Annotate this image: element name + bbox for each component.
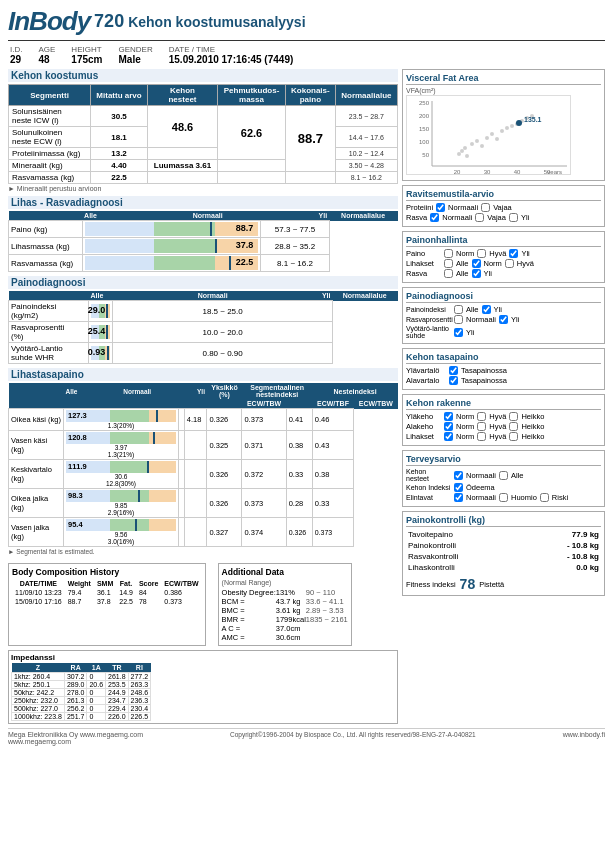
lihas-rasva-title: Lihas - Rasvadiagnoosi [8, 196, 398, 209]
table-row: Obesity Degree: 131% 90 ~ 110 [222, 588, 348, 597]
whr-yli[interactable] [454, 328, 463, 337]
impedance-table: Z RA 1A TR RI 1khz: 260.4 307.2 0 261.8 [11, 663, 151, 721]
col-mitattu: Mitattu arvo [91, 85, 148, 106]
ravitsemustila-content: Proteiini Normaali Vajaa Rasva Normaali … [406, 203, 601, 222]
table-row: Rasvakontrolli - 10.8 kg [406, 551, 601, 562]
paino-row: Paino Norm Hyvä Yli [406, 249, 601, 258]
lihakset-norm[interactable] [472, 259, 481, 268]
al-tasa[interactable] [449, 376, 458, 385]
lk-heikko[interactable] [509, 432, 518, 441]
fitness-indeksi: Fitness indeksi 78 Pistettä [406, 576, 601, 592]
visceral-fat-unit: VFA(cm²) [406, 87, 601, 94]
ylavaratalo-row: Ylävartalö Tasapainossa [406, 366, 601, 375]
lk-hyva[interactable] [477, 432, 486, 441]
norm-checkbox[interactable] [436, 203, 445, 212]
ylk-heikko[interactable] [509, 412, 518, 421]
ylk-norm[interactable] [444, 412, 453, 421]
norm-checkbox2[interactable] [430, 213, 439, 222]
painodiagnoosi-title: Painodiagnoosi [8, 276, 398, 289]
lk-norm[interactable] [444, 432, 453, 441]
logo-subtitle: Kehon koostumusanalyysi [128, 14, 305, 30]
n-norm[interactable] [454, 471, 463, 480]
rp-norm[interactable] [454, 315, 463, 324]
visceral-fat-chart: 250 200 150 100 50 20 30 40 50 [406, 95, 571, 175]
table-row: 5khz: 250.1 289.0 20.6 253.5 263.3 [12, 681, 151, 689]
vajaa-checkbox[interactable] [481, 203, 490, 212]
el-riski[interactable] [540, 493, 549, 502]
table-row: BMR = 1799kcal 1835 ~ 2161 [222, 615, 348, 624]
lihakset-alle[interactable] [444, 259, 453, 268]
el-norm[interactable] [454, 493, 463, 502]
table-row: 1000khz: 223.8 251.7 0 226.0 226.5 [12, 713, 151, 721]
svg-text:135.1: 135.1 [524, 116, 542, 123]
n-alle[interactable] [499, 471, 508, 480]
patient-age: AGE 48 [38, 45, 55, 65]
svg-text:40: 40 [514, 169, 521, 175]
ylakeho-row: Yläkeho Norm Hyvä Heikko [406, 412, 601, 421]
table-row: Rasvamassa (kg) 22.5 8.1 ~ 1 [9, 255, 398, 272]
svg-text:250: 250 [419, 100, 430, 106]
lihakset-rakenne-row: Lihakset Norm Hyvä Heikko [406, 432, 601, 441]
history-title: Body Composition History [12, 567, 202, 577]
table-row: Painoindeksi(kg/m2) 29.0 18. [9, 301, 398, 322]
ylk-hyva[interactable] [477, 412, 486, 421]
additional-data-section: Additional Data (Normal Range) Obesity D… [218, 563, 352, 646]
patient-height: HEIGHT 175cm [71, 45, 102, 65]
col-pehmyt: Pehmutkudos-massa [218, 85, 286, 106]
rasva-alle[interactable] [444, 269, 453, 278]
paino-hyva[interactable] [477, 249, 486, 258]
el-huomio[interactable] [499, 493, 508, 502]
yli-checkbox[interactable] [509, 213, 518, 222]
ravitsemustila-section: Ravitsemustila-arvio Proteiini Normaali … [402, 185, 605, 227]
alk-hyva[interactable] [477, 422, 486, 431]
kehon-koostumus-title: Kehon koostumus [8, 69, 398, 82]
left-column: Kehon koostumus Segmentti Mitattu arvo K… [8, 69, 398, 724]
svg-text:50: 50 [422, 152, 429, 158]
bottom-section: Body Composition History DATE/TIME Weigh… [8, 559, 398, 646]
painokontrolli-table: Tavoitepaino 77.9 kg Painokontrolli - 10… [406, 529, 601, 573]
ki-odeema[interactable] [454, 483, 463, 492]
nesteet-row: Kehon nesteet Normaali Alle [406, 468, 601, 482]
whr-row: Vyötärö-lantio suhde Yli [406, 325, 601, 339]
paino-yli[interactable] [509, 249, 518, 258]
ravitsemustila-rasva-row: Rasva Normaali Vajaa Yli [406, 213, 601, 222]
composition-note: ► Mineraalit perustuu arvioon [8, 185, 398, 192]
right-column: Visceral Fat Area VFA(cm²) 250 200 150 1… [402, 69, 605, 724]
table-row: Keskivartalo (kg) 111.9 30.612.8(30%) [9, 460, 399, 489]
pi-yli[interactable] [482, 305, 491, 314]
paino-norm[interactable] [444, 249, 453, 258]
table-row: Vasen jalka (kg) 95.4 9.563.0(16%) [9, 518, 399, 547]
svg-point-20 [495, 137, 499, 141]
patient-info: I.D. 29 AGE 48 HEIGHT 175cm GENDER Male … [10, 45, 605, 65]
svg-text:100: 100 [419, 139, 430, 145]
rasva-yli[interactable] [472, 269, 481, 278]
table-row: AMC = 30.6cm [222, 633, 348, 642]
additional-data-table: Obesity Degree: 131% 90 ~ 110 BCM = 43.7… [222, 588, 348, 642]
yl-tasa[interactable] [449, 366, 458, 375]
pi-alle[interactable] [454, 305, 463, 314]
svg-point-28 [516, 120, 522, 126]
vajaa-checkbox2[interactable] [475, 213, 484, 222]
svg-text:200: 200 [419, 113, 430, 119]
visceral-fat-section: Visceral Fat Area VFA(cm²) 250 200 150 1… [402, 69, 605, 181]
svg-point-23 [510, 124, 514, 128]
lihakset-hyva[interactable] [505, 259, 514, 268]
elintavat-row: Elintavat Normaali Huomio Riski [406, 493, 601, 502]
table-row: Mineraalit (kg) 4.40 Luumassa 3.61 3.50 … [9, 160, 398, 172]
impedanssi-section: Impedanssi Z RA 1A TR RI 1khz: 260. [8, 650, 398, 724]
alk-heikko[interactable] [509, 422, 518, 431]
svg-text:30: 30 [484, 169, 491, 175]
patient-datetime: DATE / TIME 15.09.2010 17:16:45 (7449) [169, 45, 294, 65]
rp-yli[interactable] [499, 315, 508, 324]
alk-norm[interactable] [444, 422, 453, 431]
table-row: 500khz: 227.0 256.2 0 229.4 230.4 [12, 705, 151, 713]
svg-point-21 [500, 129, 504, 133]
lihakset-row: Lihakset Alle Norm Hyvä [406, 259, 601, 268]
svg-point-14 [465, 154, 469, 158]
table-row: Painokontrolli - 10.8 kg [406, 540, 601, 551]
terveysarvio-title: Terveysarvio [406, 454, 601, 466]
composition-table: Segmentti Mitattu arvo Kehonnesteet Pehm… [8, 84, 398, 184]
ravitsemustila-proteiini: Proteiini Normaali Vajaa [406, 203, 601, 212]
footer: Mega Elektroniikka Oy www.megaemg.com ww… [8, 728, 605, 745]
svg-point-12 [460, 149, 464, 153]
